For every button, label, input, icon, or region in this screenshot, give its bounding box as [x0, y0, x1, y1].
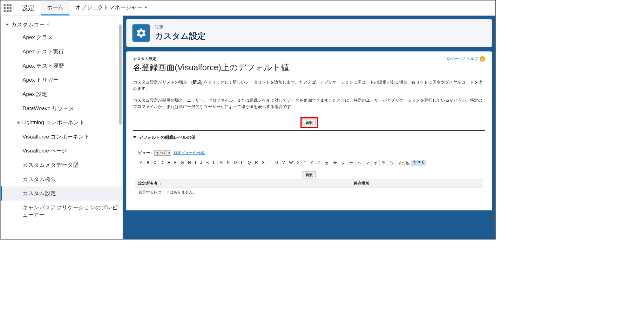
- tab-home[interactable]: ホーム: [41, 1, 69, 16]
- help-icon: ?: [480, 56, 485, 62]
- rolodex-letter[interactable]: R: [253, 160, 260, 166]
- page-title: カスタム設定: [155, 30, 206, 42]
- new-button[interactable]: 新規: [302, 119, 316, 126]
- rolodex-letter[interactable]: サ: [331, 160, 339, 166]
- rolodex-letter[interactable]: F: [172, 160, 179, 166]
- gear-icon: [132, 24, 150, 42]
- sidebar-item-vf-components[interactable]: Visualforce コンポーネント: [1, 130, 123, 144]
- sidebar-item-apex-test-history[interactable]: Apex テスト履歴: [1, 59, 123, 73]
- sidebar-item-apex-classes[interactable]: Apex クラス: [1, 30, 123, 44]
- content-card: カスタム設定 各登録画面(Visualforce)上のデフォルト値 このページの…: [126, 51, 492, 211]
- sidebar-item-label: DataWeave リソース: [23, 105, 74, 111]
- rolodex-letter[interactable]: ア: [315, 160, 323, 166]
- help-link-label: このページのヘルプ: [443, 56, 478, 61]
- col-label: 設定所有者: [138, 181, 158, 186]
- sidebar-parent-label: カスタムコード: [11, 21, 50, 28]
- rolodex-letter[interactable]: W: [287, 160, 295, 166]
- data-table: 設定所有者 ↑ 保存場所 表示するレコードはありません。: [135, 179, 483, 197]
- sidebar-item-custom-metadata[interactable]: カスタムメタデータ型: [1, 158, 123, 172]
- rolodex-letter[interactable]: O: [232, 160, 239, 166]
- rolodex-letter[interactable]: N: [225, 160, 232, 166]
- rolodex-letter[interactable]: Q: [246, 160, 253, 166]
- content-title: 各登録画面(Visualforce)上のデフォルト値: [133, 62, 289, 73]
- sidebar-item-label: Apex テスト実行: [23, 48, 64, 54]
- col-owner[interactable]: 設定所有者 ↑: [135, 179, 351, 188]
- section-header[interactable]: デフォルトの組織レベルの値: [133, 133, 485, 150]
- view-select[interactable]: すべて: [154, 150, 171, 156]
- help-link[interactable]: このページのヘルプ ?: [443, 56, 485, 62]
- sidebar-item-label: キャンバスアプリケーションのプレビューアー: [23, 205, 118, 218]
- table-new-button[interactable]: 新規: [302, 171, 316, 178]
- sidebar-item-label: Visualforce ページ: [23, 148, 67, 154]
- rolodex-letter[interactable]: U: [273, 160, 280, 166]
- sort-up-icon: ↑: [159, 182, 161, 186]
- rolodex-other[interactable]: その他: [396, 160, 412, 166]
- rolodex-letter[interactable]: T: [267, 160, 274, 166]
- view-label: ビュー:: [138, 150, 152, 156]
- rolodex-letter[interactable]: ナ: [347, 160, 355, 166]
- sidebar-item-vf-pages[interactable]: Visualforce ページ: [1, 144, 123, 158]
- rolodex-letter[interactable]: ハ: [356, 160, 363, 166]
- rolodex-letter[interactable]: タ: [339, 160, 347, 166]
- table-action-row: 新規: [135, 170, 483, 179]
- sidebar-item-label: カスタムメタデータ型: [23, 162, 78, 168]
- rolodex-letter[interactable]: ヤ: [372, 160, 380, 166]
- rolodex-letter[interactable]: K: [204, 160, 211, 166]
- top-nav: 設定 ホーム オブジェクトマネージャー: [1, 1, 496, 16]
- scrollbar-thumb[interactable]: [119, 24, 122, 125]
- page-header-text: 設定 カスタム設定: [155, 24, 206, 42]
- highlight-box: 新規: [300, 117, 318, 128]
- chevron-right-icon: [17, 121, 20, 124]
- sidebar-item-label: Visualforce コンポーネント: [23, 133, 90, 139]
- section-title: デフォルトの組織レベルの値: [139, 134, 196, 140]
- rolodex-letter[interactable]: G: [179, 160, 186, 166]
- rolodex-letter[interactable]: S: [260, 160, 267, 166]
- sidebar-item-dataweave[interactable]: DataWeave リソース: [1, 101, 123, 116]
- sidebar-item-apex-triggers[interactable]: Apex トリガー: [1, 73, 123, 87]
- rolodex-letter[interactable]: J: [198, 160, 204, 166]
- col-location[interactable]: 保存場所: [351, 179, 483, 188]
- sidebar-item-label: Apex テスト履歴: [23, 63, 64, 69]
- sidebar-item-label: Apex トリガー: [23, 77, 58, 83]
- sidebar-item-label: Apex 設定: [23, 91, 47, 97]
- tab-object-manager-label: オブジェクトマネージャー: [75, 4, 142, 11]
- rolodex-letter[interactable]: B: [145, 160, 152, 166]
- description-2: カスタム設定が階層の場合、ユーザー、プロファイル、または組織レベルに対してデータ…: [133, 97, 485, 110]
- rolodex-letter[interactable]: X: [295, 160, 302, 166]
- sidebar-item-custom-settings[interactable]: カスタム設定: [1, 186, 123, 201]
- view-row: ビュー: すべて 新規ビューの作成: [133, 150, 485, 156]
- sidebar-item-apex-settings[interactable]: Apex 設定: [1, 87, 123, 101]
- desc-bold: [新規]: [191, 80, 202, 85]
- rolodex-letter[interactable]: ラ: [380, 160, 388, 166]
- rolodex-letter[interactable]: H: [186, 160, 193, 166]
- rolodex-letter[interactable]: カ: [323, 160, 331, 166]
- app-launcher-button[interactable]: [1, 1, 15, 16]
- desc-text: カスタム設定がリストの場合、: [133, 80, 191, 85]
- action-row: 新規: [133, 117, 485, 131]
- sidebar-item-custom-permissions[interactable]: カスタム権限: [1, 172, 123, 186]
- sidebar-item-lightning-components[interactable]: Lightning コンポーネント: [1, 115, 123, 130]
- rolodex-letter[interactable]: Y: [302, 160, 308, 166]
- sidebar-item-label: Apex クラス: [23, 34, 53, 40]
- rolodex-letter[interactable]: Z: [308, 160, 315, 166]
- tab-object-manager[interactable]: オブジェクトマネージャー: [70, 1, 153, 16]
- rolodex-letter[interactable]: マ: [363, 160, 371, 166]
- table-row-empty: 表示するレコードはありません。: [135, 188, 483, 197]
- rolodex-letter[interactable]: E: [166, 160, 172, 166]
- create-view-link[interactable]: 新規ビューの作成: [173, 151, 205, 156]
- chevron-down-icon: [144, 6, 147, 8]
- sidebar-item-apex-test-exec[interactable]: Apex テスト実行: [1, 44, 123, 59]
- rolodex-letter[interactable]: ワ: [388, 160, 396, 166]
- rolodex-letter[interactable]: D: [159, 160, 166, 166]
- rolodex-letter[interactable]: I: [193, 160, 198, 166]
- rolodex-letter[interactable]: A: [138, 160, 145, 166]
- sidebar-item-canvas-previewer[interactable]: キャンバスアプリケーションのプレビューアー: [1, 200, 123, 222]
- data-table-wrap: 新規 設定所有者 ↑ 保存場所 表示す: [135, 170, 483, 197]
- rolodex-letter[interactable]: P: [239, 160, 246, 166]
- rolodex-letter[interactable]: L: [211, 160, 218, 166]
- rolodex-all[interactable]: すべて: [412, 160, 426, 166]
- rolodex-letter[interactable]: V: [280, 160, 287, 166]
- rolodex-letter[interactable]: M: [218, 160, 225, 166]
- sidebar-parent-custom-code[interactable]: カスタムコード: [1, 19, 123, 30]
- rolodex-letter[interactable]: C: [152, 160, 159, 166]
